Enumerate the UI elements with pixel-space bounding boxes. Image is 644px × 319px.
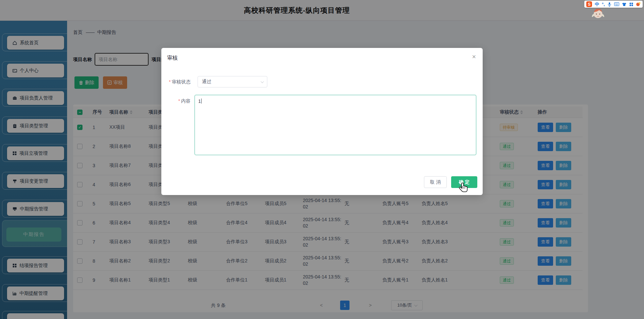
required-mark: * — [178, 98, 180, 104]
content-textarea[interactable]: 1 — [195, 95, 476, 155]
keyboard-icon[interactable] — [614, 2, 619, 6]
modal-title: 审核 — [167, 55, 178, 62]
confirm-button[interactable]: 确 定 — [451, 176, 477, 188]
required-mark: * — [169, 79, 171, 84]
microphone-icon[interactable] — [607, 2, 611, 7]
toolbox-grid-icon[interactable] — [629, 2, 633, 6]
emoji-icon[interactable] — [636, 2, 641, 6]
ime-mascot-image — [589, 6, 607, 21]
review-status-label: *审核状态 — [161, 79, 191, 85]
review-status-select[interactable]: 通过 — [198, 76, 267, 87]
content-textarea-value: 1 — [198, 99, 201, 104]
review-modal: 审核 × *审核状态 通过 *内容 1 取 消 确 定 — [161, 48, 483, 195]
content-label: *内容 — [161, 98, 191, 104]
text-cursor — [201, 99, 202, 104]
chevron-down-icon — [261, 80, 264, 83]
app-root: 高校科研管理系统-纵向项目管理 系统首页个人中心项目负责人管理项目类型管理项目立… — [0, 0, 644, 319]
skin-shirt-icon[interactable] — [622, 2, 627, 6]
cancel-button[interactable]: 取 消 — [424, 176, 447, 188]
review-status-value: 通过 — [202, 79, 211, 85]
close-icon[interactable]: × — [469, 52, 479, 61]
